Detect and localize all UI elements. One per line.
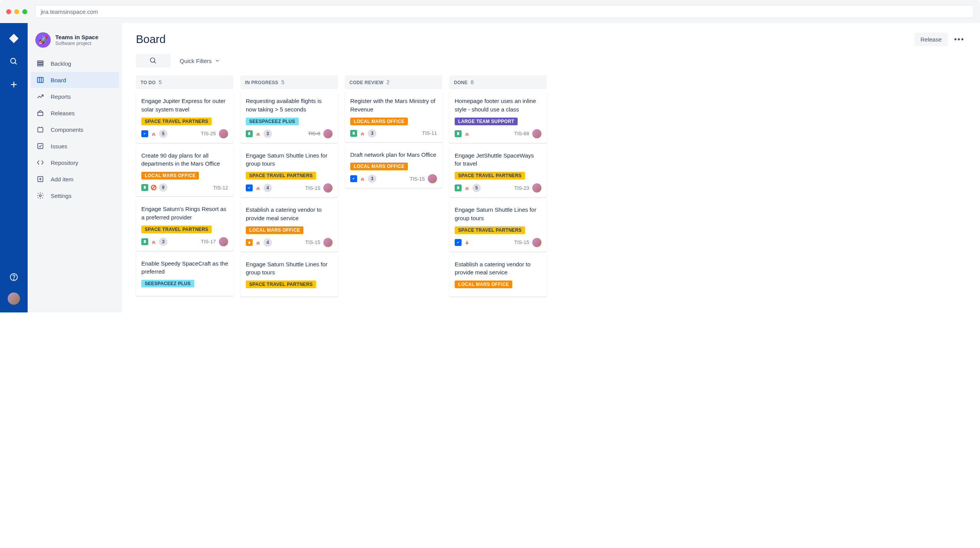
issue-label[interactable]: LOCAL MARS OFFICE	[350, 118, 408, 125]
sidebar-item-components[interactable]: Components	[31, 121, 119, 138]
sidebar-item-repository[interactable]: Repository	[31, 154, 119, 171]
sidebar-item-add[interactable]: Add item	[31, 171, 119, 187]
issue-card[interactable]: Draft network plan for Mars Office LOCAL…	[345, 145, 442, 188]
issue-card[interactable]: Engage JetShuttle SpaceWays for travel S…	[449, 146, 547, 198]
card-title: Engage Jupiter Express for outer solar s…	[141, 97, 228, 114]
issue-label[interactable]: SEESPACEEZ PLUS	[141, 280, 194, 287]
card-title: Engage Saturn Shuttle Lines for group to…	[246, 151, 333, 168]
issue-key[interactable]: TIS-12	[213, 185, 228, 191]
board-search-input[interactable]	[136, 54, 171, 68]
quick-filters-dropdown[interactable]: Quick Filters	[177, 55, 223, 66]
nav-label: Repository	[51, 159, 78, 166]
issue-label[interactable]: LOCAL MARS OFFICE	[246, 226, 303, 234]
task-type-icon	[246, 184, 253, 191]
sidebar-item-board[interactable]: Board	[31, 72, 119, 88]
nav-label: Reports	[51, 93, 71, 100]
svg-rect-7	[38, 63, 43, 64]
sidebar-item-settings[interactable]: Settings	[31, 188, 119, 204]
project-header[interactable]: 🚀 Teams in Space Software project	[31, 32, 119, 55]
assignee-avatar[interactable]	[532, 238, 541, 247]
column-header: TO DO 5	[136, 75, 233, 89]
card-title: Engage Saturn Shuttle Lines for group to…	[246, 260, 333, 277]
card-list: Register with the Mars Ministry of Reven…	[345, 91, 442, 188]
issue-label[interactable]: SPACE TRAVEL PARTNERS	[455, 172, 525, 179]
issue-label[interactable]: SPACE TRAVEL PARTNERS	[246, 281, 316, 288]
assignee-avatar[interactable]	[219, 129, 228, 138]
svg-rect-9	[38, 77, 43, 82]
assignee-avatar[interactable]	[323, 238, 333, 247]
issue-label[interactable]: LOCAL MARS OFFICE	[141, 172, 199, 179]
improvement-type-icon	[246, 239, 253, 246]
assignee-avatar[interactable]	[323, 183, 333, 193]
issue-card[interactable]: Homepage footer uses an inline style - s…	[449, 91, 547, 143]
issue-label[interactable]: LOCAL MARS OFFICE	[350, 163, 408, 170]
release-button[interactable]: Release	[914, 33, 948, 46]
issue-key[interactable]: TIS-8	[308, 131, 320, 136]
issue-label[interactable]: SPACE TRAVEL PARTNERS	[246, 172, 316, 179]
issue-card[interactable]: Engage Saturn Shuttle Lines for group to…	[449, 200, 547, 252]
issue-card[interactable]: Engage Saturn Shuttle Lines for group to…	[240, 255, 338, 297]
issue-label[interactable]: LOCAL MARS OFFICE	[455, 281, 512, 288]
story-points-badge: 3	[263, 130, 272, 138]
user-avatar[interactable]	[8, 292, 20, 305]
board-icon	[36, 76, 45, 84]
issue-card[interactable]: Establish a catering vendor to provide m…	[449, 255, 547, 297]
jira-logo-icon[interactable]	[6, 31, 22, 46]
assignee-avatar[interactable]	[219, 237, 228, 246]
issue-key[interactable]: TIS-25	[201, 131, 216, 136]
column-count: 2	[387, 79, 390, 85]
sidebar-item-issues[interactable]: Issues	[31, 138, 119, 154]
window-minimize-icon[interactable]	[14, 9, 19, 14]
issue-card[interactable]: Engage Saturn Shuttle Lines for group to…	[240, 146, 338, 198]
project-sidebar: 🚀 Teams in Space Software project Backlo…	[28, 23, 122, 312]
more-actions-button[interactable]: •••	[952, 32, 966, 46]
issue-key[interactable]: TIS-23	[514, 185, 529, 191]
issue-key[interactable]: TIS-15	[514, 239, 529, 245]
help-icon[interactable]	[6, 269, 22, 285]
story-type-icon	[141, 238, 148, 245]
issue-card[interactable]: Register with the Mars Ministry of Reven…	[345, 91, 442, 142]
window-close-icon[interactable]	[6, 9, 11, 14]
page-title: Board	[136, 33, 166, 46]
issue-card[interactable]: Enable Speedy SpaceCraft as the preferre…	[136, 254, 233, 296]
story-points-badge: 4	[263, 238, 272, 247]
sidebar-item-reports[interactable]: Reports	[31, 88, 119, 105]
search-icon[interactable]	[6, 54, 22, 69]
sidebar-item-releases[interactable]: Releases	[31, 105, 119, 121]
chevron-down-icon	[215, 58, 220, 63]
issue-key[interactable]: TIS-15	[410, 176, 425, 182]
nav-label: Add item	[51, 176, 73, 183]
assignee-avatar[interactable]	[428, 174, 437, 183]
issue-label[interactable]: LARGE TEAM SUPPORT	[455, 118, 518, 125]
issue-label[interactable]: SPACE TRAVEL PARTNERS	[141, 118, 212, 125]
story-points-badge: 3	[159, 237, 167, 246]
issue-key[interactable]: TIS-17	[201, 239, 216, 244]
issue-key[interactable]: TIS-11	[422, 130, 437, 136]
issue-key[interactable]: TIS-68	[514, 131, 529, 136]
url-bar[interactable]: jira.teamsinspace.com	[35, 5, 974, 18]
window-maximize-icon[interactable]	[22, 9, 27, 14]
issue-card[interactable]: Engage Jupiter Express for outer solar s…	[136, 91, 233, 143]
create-icon[interactable]	[6, 77, 22, 92]
svg-rect-6	[38, 61, 43, 62]
issue-label[interactable]: SPACE TRAVEL PARTNERS	[141, 226, 212, 233]
components-icon	[36, 125, 45, 134]
issue-label[interactable]: SPACE TRAVEL PARTNERS	[455, 226, 525, 234]
assignee-avatar[interactable]	[323, 129, 333, 138]
issue-key[interactable]: TIS-15	[305, 185, 320, 191]
issue-card[interactable]: Engage Saturn's Rings Resort as a prefer…	[136, 199, 233, 251]
svg-point-21	[151, 58, 155, 63]
column-title: CODE REVIEW	[349, 80, 384, 85]
issue-key[interactable]: TIS-15	[305, 239, 320, 245]
issue-card[interactable]: Requesting available flights is now taki…	[240, 91, 338, 143]
sidebar-item-backlog[interactable]: Backlog	[31, 55, 119, 71]
traffic-lights	[6, 9, 27, 14]
assignee-avatar[interactable]	[532, 183, 541, 193]
issue-label[interactable]: SEESPACEEZ PLUS	[246, 118, 299, 125]
column-count: 5	[159, 79, 162, 85]
issue-card[interactable]: Establish a catering vendor to provide m…	[240, 200, 338, 252]
issues-icon	[36, 142, 45, 150]
column-inprogress: IN PROGRESS 5 Requesting available fligh…	[240, 75, 338, 300]
issue-card[interactable]: Create 90 day plans for all departments …	[136, 146, 233, 197]
assignee-avatar[interactable]	[532, 129, 541, 138]
